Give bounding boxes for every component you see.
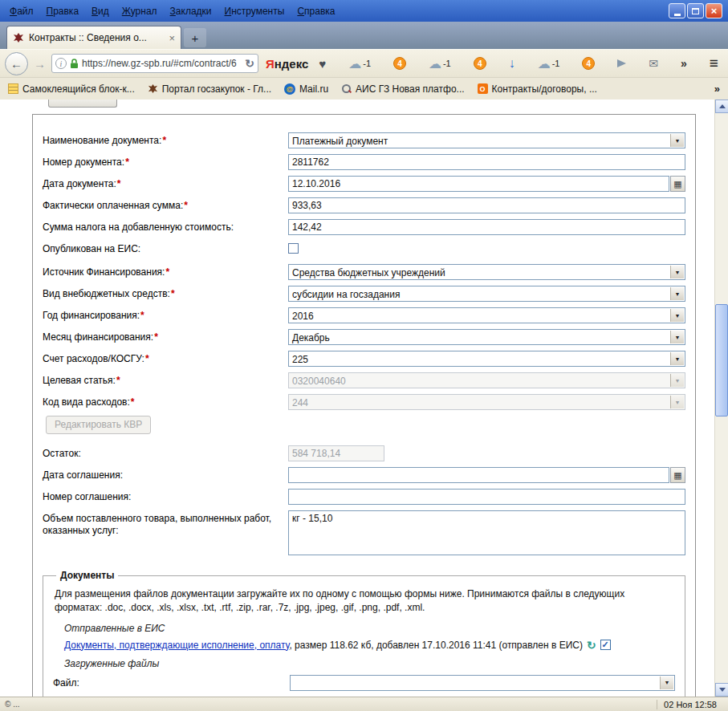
vat-amount-input[interactable] [288,219,685,235]
funding-year-select[interactable]: 2016 ▼ [288,307,685,323]
minimize-button[interactable] [669,3,685,18]
cloud-icon: ☁ [538,56,551,71]
bookmark-contracts[interactable]: О Контракты/договоры, ... [478,83,597,95]
documents-legend: Документы [56,570,118,581]
calendar-icon: ▦ [673,180,681,189]
tab-close-icon[interactable]: × [169,32,175,44]
scroll-up-button[interactable] [715,100,728,113]
hamburger-menu-icon[interactable]: ≡ [710,55,720,72]
send-icon[interactable] [617,59,626,67]
vertical-scrollbar[interactable] [714,100,728,697]
documents-fieldset: Документы Для размещения файлов документ… [43,570,685,697]
close-button[interactable]: × [706,3,722,18]
form-row: Номер документа:* [43,154,685,170]
edit-kvr-button[interactable]: Редактировать КВР [46,416,151,434]
yandex-logo-rest: ндекс [275,57,309,71]
downloads-icon[interactable]: ↓ [509,56,515,71]
bookmarks-overflow-icon[interactable]: » [714,83,720,95]
funding-source-select[interactable]: Средства бюджетных учреждений ▼ [288,264,685,280]
weather-extension-3[interactable]: ☁ -1 [538,56,560,71]
bookmarks-bar: Самоклеящийся блок-к... Портал госзакупо… [0,77,728,100]
select-value: субсидии на госзадания [292,289,400,300]
eagle-icon [148,83,158,94]
contract-payment-panel: Наименование документа:* Платежный докум… [32,114,696,697]
eis-published-checkbox[interactable] [288,243,299,254]
field-label: Объем поставленного товара, выполненных … [43,510,288,537]
field-label: Остаток: [43,445,288,460]
field-label: Источник Финансирования:* [43,264,288,278]
tab-contracts[interactable]: Контракты :: Сведения о... × [6,26,181,49]
form-row: Целевая статья:* 0320040640 ▼ [43,372,685,388]
field-label: Номер соглашения: [43,489,288,503]
reload-button[interactable]: ↻ [245,57,254,70]
delivered-volume-textarea[interactable]: кг - 15,10 [288,510,685,555]
scroll-down-button[interactable] [715,683,728,697]
menu-history[interactable]: Журнал [116,2,164,20]
back-button[interactable]: ← [5,52,28,75]
field-label: Сумма налога на добавленную стоимость: [43,219,288,234]
status-bar: © ... 02 Ноя 12:58 [0,697,728,711]
paid-amount-input[interactable] [288,197,685,213]
select-value: 225 [292,354,308,365]
agreement-number-input[interactable] [288,489,685,505]
menu-help[interactable]: Справка [291,2,341,20]
url-text[interactable]: https://new.gz-spb.ru/#cm/contract/6 [82,58,242,69]
menu-bookmarks[interactable]: Закладки [164,2,218,20]
menu-view[interactable]: Вид [85,2,116,20]
form-row: Месяц финансирования:* Декабрь ▼ [43,329,685,345]
chevron-down-icon: ▼ [670,352,684,365]
notifier-badge-1[interactable]: 4 [393,57,406,70]
required-mark: * [125,156,129,168]
document-link[interactable]: Документы, подтверждающие исполнение, оп… [64,640,289,651]
page-info-icon[interactable]: i [55,58,67,69]
yandex-search[interactable]: Яндекс [266,57,308,71]
required-mark: * [117,178,121,189]
document-number-input[interactable] [288,154,685,170]
menu-edit[interactable]: Правка [40,2,86,20]
funding-month-select[interactable]: Декабрь ▼ [288,329,685,345]
chevron-down-icon: ▼ [660,676,673,689]
window-controls: × [669,3,725,18]
minimize-icon [674,14,681,16]
file-select[interactable]: ▼ [290,675,675,691]
document-name-select[interactable]: Платежный документ ▼ [288,132,685,148]
weather-extension-2[interactable]: ☁ -1 [429,56,451,71]
bookmark-goszakupki-portal[interactable]: Портал госзакупок - Гл... [148,83,271,95]
select-value: 2016 [292,311,314,322]
sent-checkbox[interactable]: ✓ [600,640,611,650]
menu-file[interactable]: Файл [3,2,40,20]
sync-icon[interactable]: ↻ [587,640,596,651]
extrabudget-type-select[interactable]: субсидии на госзадания ▼ [288,286,685,302]
clipped-button[interactable] [48,100,117,108]
calendar-icon: ▦ [673,471,681,480]
mail-icon[interactable]: ✉ [649,57,658,70]
url-bar[interactable]: i https://new.gz-spb.ru/#cm/contract/6 ↻ [51,54,258,73]
bookmark-ais-gz[interactable]: АИС ГЗ Новая платфо... [341,83,465,95]
agreement-date-input[interactable] [288,467,669,483]
documents-intro-text: Для размещения файлов документации загру… [55,587,673,615]
menu-tools[interactable]: Инструменты [218,2,291,20]
page-content: Наименование документа:* Платежный докум… [0,100,728,697]
calendar-button[interactable]: ▦ [670,467,685,483]
bookmark-label: Mail.ru [299,83,328,95]
document-row: Документы, подтверждающие исполнение, оп… [64,640,675,651]
new-tab-button[interactable]: + [184,28,206,47]
expense-kind-code-select: 244 ▼ [288,394,685,410]
maximize-button[interactable] [687,3,704,18]
toolbar-overflow-icon[interactable]: » [681,57,687,70]
scrollbar-thumb[interactable] [715,304,728,416]
bookmark-heart-icon[interactable]: ♥ [319,57,326,71]
weather-extension-1[interactable]: ☁ -1 [348,56,371,71]
clock: 02 Ноя 12:58 [657,700,723,709]
bookmark-mailru[interactable]: @ Mail.ru [284,83,328,95]
kosgu-account-select[interactable]: 225 ▼ [288,351,685,367]
document-date-input[interactable] [288,176,669,192]
sent-to-eis-heading: Отправленные в ЕИС [64,623,675,634]
form-row: Номер соглашения: [43,489,685,505]
notifier-badge-3[interactable]: 4 [582,57,595,70]
calendar-button[interactable]: ▦ [670,176,685,192]
forward-button[interactable]: → [32,57,47,71]
bookmark-sticky-notes[interactable]: Самоклеящийся блок-к... [8,83,135,95]
notifier-badge-2[interactable]: 4 [474,57,486,70]
site-favicon-icon [13,32,24,43]
